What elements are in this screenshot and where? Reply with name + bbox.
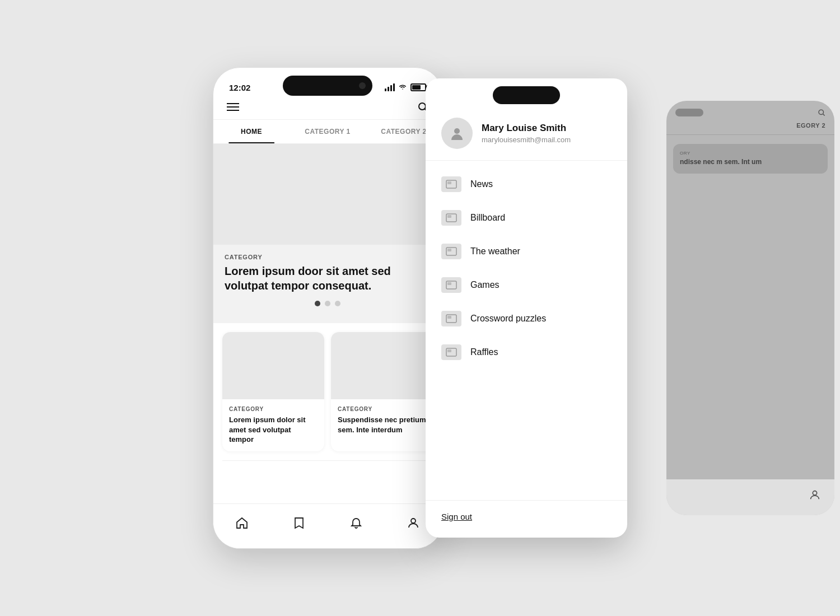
time-display: 12:02 (229, 83, 250, 92)
app-nav-bar (213, 97, 442, 120)
menu-image-icon-news (441, 176, 461, 192)
scene: 12:02 (84, 67, 756, 549)
menu-item-raffles[interactable]: Raffles (426, 335, 627, 369)
avatar (441, 118, 473, 149)
card-title-1: Lorem ipsum dolor sit amet sed volutpat … (229, 415, 318, 445)
menu-label-weather: The weather (470, 246, 520, 256)
menu-item-billboard[interactable]: Billboard (426, 201, 627, 235)
drawer-menu: News Billboard The weather (426, 161, 627, 500)
nav-bookmark[interactable] (292, 516, 306, 530)
bg-card-list: ORY ndisse nec m sem. Int um (666, 135, 834, 174)
hero-meta: CATEGORY Lorem ipsum door sit amet sed v… (213, 245, 442, 293)
cards-section: CATEGORY Lorem ipsum dolor sit amet sed … (213, 323, 442, 460)
bg-bottom-nav (666, 479, 834, 515)
list-item[interactable]: CATEGORY Lorem ipsum dolor sit amet sed … (222, 332, 324, 451)
divider (222, 460, 433, 461)
menu-label-news: News (470, 179, 493, 189)
background-phone: EGORY 2 ORY ndisse nec m sem. Int um (666, 101, 834, 515)
nav-home[interactable] (235, 516, 249, 530)
tab-bar: HOME CATEGORY 1 CATEGORY 2 (213, 120, 442, 144)
hero-title: Lorem ipsum door sit amet sed volutpat t… (225, 264, 431, 293)
menu-image-icon-billboard (441, 210, 461, 226)
dot-2[interactable] (325, 301, 330, 306)
dot-3[interactable] (335, 301, 340, 306)
svg-point-19 (819, 110, 823, 114)
svg-point-6 (454, 128, 460, 134)
phone-notch (283, 76, 372, 96)
svg-rect-10 (447, 215, 451, 218)
menu-label-crossword: Crossword puzzles (470, 314, 546, 324)
tab-home[interactable]: HOME (213, 120, 290, 143)
menu-item-news[interactable]: News (426, 167, 627, 201)
bg-card-label: ORY (680, 151, 821, 156)
nav-bell[interactable] (349, 516, 363, 530)
phone-content: CATEGORY Lorem ipsum door sit amet sed v… (213, 144, 442, 500)
menu-label-games: Games (470, 280, 500, 290)
card-title-2: Suspendisse nec pretium sem. Inte interd… (338, 415, 426, 435)
side-drawer: Mary Louise Smith marylouisesmith@mail.c… (426, 78, 627, 538)
card-category-2: CATEGORY (338, 406, 426, 412)
battery-icon (410, 83, 426, 91)
svg-rect-16 (447, 316, 451, 319)
card-body-1: CATEGORY Lorem ipsum dolor sit amet sed … (222, 399, 324, 451)
main-phone: 12:02 (213, 67, 442, 549)
drawer-container: Mary Louise Smith marylouisesmith@mail.c… (426, 78, 627, 538)
svg-point-5 (411, 519, 416, 523)
svg-point-21 (813, 491, 816, 495)
svg-line-20 (823, 114, 824, 115)
user-section: Mary Louise Smith marylouisesmith@mail.c… (426, 104, 627, 161)
user-email: marylouisesmith@mail.com (482, 136, 612, 144)
hero-card: CATEGORY Lorem ipsum door sit amet sed v… (213, 144, 442, 323)
bg-tab-label: EGORY 2 (796, 122, 825, 129)
menu-item-weather[interactable]: The weather (426, 235, 627, 268)
bottom-nav (213, 503, 442, 548)
cards-row: CATEGORY Lorem ipsum dolor sit amet sed … (222, 332, 433, 451)
svg-point-3 (419, 103, 426, 110)
menu-image-icon-weather (441, 244, 461, 259)
svg-rect-14 (447, 282, 451, 285)
nav-profile[interactable] (407, 516, 420, 530)
menu-label-billboard: Billboard (470, 213, 505, 223)
menu-label-raffles: Raffles (470, 347, 498, 357)
sign-out-button[interactable]: Sign out (441, 512, 472, 521)
list-item[interactable]: CATEGORY Suspendisse nec pretium sem. In… (331, 332, 433, 451)
drawer-notch (426, 78, 627, 104)
user-info: Mary Louise Smith marylouisesmith@mail.c… (482, 123, 612, 144)
tab-category1[interactable]: CATEGORY 1 (290, 120, 366, 143)
hero-image (213, 144, 442, 245)
card-image-1 (222, 332, 324, 399)
menu-item-crossword[interactable]: Crossword puzzles (426, 302, 627, 335)
user-name: Mary Louise Smith (482, 123, 612, 134)
card-category-1: CATEGORY (229, 406, 318, 412)
hero-category: CATEGORY (225, 254, 431, 260)
drawer-footer: Sign out (426, 500, 627, 538)
menu-item-games[interactable]: Games (426, 268, 627, 302)
bg-card-text: ndisse nec m sem. Int um (680, 158, 821, 167)
signal-icon (385, 83, 395, 91)
menu-image-icon-crossword (441, 311, 461, 326)
menu-image-icon-games (441, 277, 461, 293)
wifi-icon (398, 83, 407, 92)
notch-camera (359, 82, 366, 89)
card-image-2 (331, 332, 433, 399)
menu-button[interactable] (227, 102, 239, 114)
status-icons (385, 83, 426, 92)
carousel-dots (213, 293, 442, 312)
dot-1[interactable] (315, 301, 320, 306)
menu-image-icon-raffles (441, 344, 461, 360)
svg-rect-8 (447, 181, 451, 184)
drawer-notch-pill (493, 86, 560, 104)
svg-rect-18 (447, 349, 451, 352)
svg-rect-12 (447, 249, 451, 251)
card-body-2: CATEGORY Suspendisse nec pretium sem. In… (331, 399, 433, 441)
